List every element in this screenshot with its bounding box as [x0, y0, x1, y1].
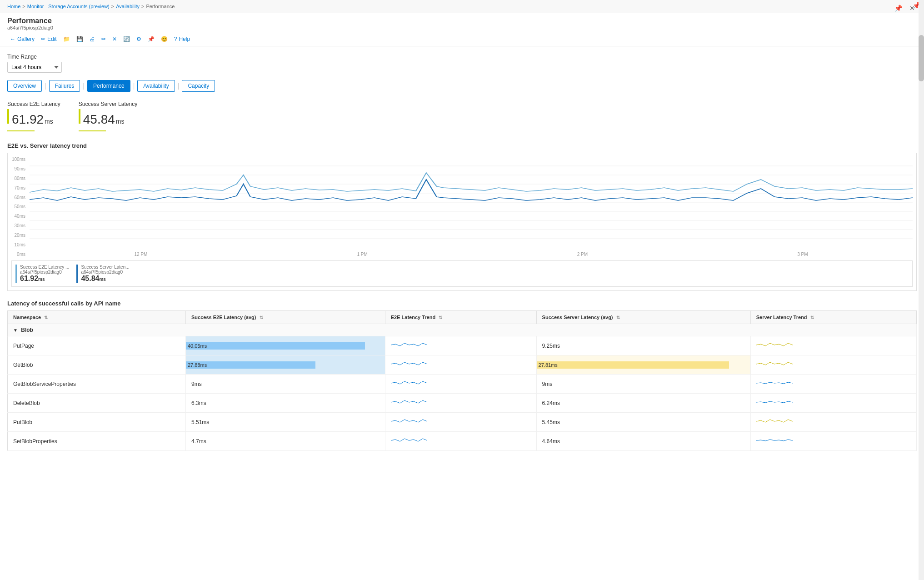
cell-e2e-avg: 27.88ms [186, 355, 385, 375]
cell-namespace: SetBlobProperties [8, 432, 186, 451]
pencil-button[interactable]: ✏ [99, 34, 109, 44]
data-table: Namespace ⇅ Success E2E Latency (avg) ⇅ … [7, 310, 917, 451]
cell-e2e-avg: 9ms [186, 375, 385, 394]
table-row: DeleteBlob6.3ms6.24ms [8, 394, 917, 413]
cell-e2e-trend [385, 413, 536, 432]
cell-e2e-trend [385, 375, 536, 394]
metric-e2e-label: Success E2E Latency [7, 101, 60, 107]
cell-namespace: PutPage [8, 336, 186, 355]
refresh-button[interactable]: 🔄 [120, 34, 133, 44]
y-axis: 100ms 90ms 80ms 70ms 60ms 50ms 40ms 30ms… [11, 157, 27, 257]
time-range-label: Time Range [7, 54, 917, 60]
pin-button[interactable]: 📌 [893, 4, 904, 13]
tab-availability[interactable]: Availability [137, 80, 175, 92]
cell-server-trend [750, 394, 916, 413]
cell-server-avg: 27.81ms [536, 355, 750, 375]
table-row: GetBlobServiceProperties9ms9ms [8, 375, 917, 394]
legend-server-val: 45.84ms [81, 275, 129, 283]
col-server-trend[interactable]: Server Latency Trend ⇅ [750, 311, 916, 324]
legend-server-title: Success Server Laten... [81, 265, 129, 270]
table-row: PutPage40.05ms9.25ms [8, 336, 917, 355]
cell-namespace: PutBlob [8, 413, 186, 432]
cell-server-avg: 6.24ms [536, 394, 750, 413]
chart-title: E2E vs. Server latency trend [7, 142, 87, 149]
gallery-button[interactable]: ← Gallery [7, 34, 37, 44]
cell-namespace: GetBlob [8, 355, 186, 375]
scrollbar[interactable] [919, 0, 924, 580]
print-button[interactable]: 🖨 [87, 34, 98, 44]
col-e2e-avg[interactable]: Success E2E Latency (avg) ⇅ [186, 311, 385, 324]
breadcrumb-current: Performance [146, 4, 175, 9]
time-range-section: Time Range Last 4 hours Last 1 hour Last… [7, 54, 917, 73]
cell-e2e-trend [385, 394, 536, 413]
tab-overview[interactable]: Overview [7, 80, 42, 92]
legend-server: Success Server Laten... a64si7f5piosp2di… [76, 265, 129, 283]
chart-container: 100ms 90ms 80ms 70ms 60ms 50ms 40ms 30ms… [7, 153, 917, 291]
legend-e2e: Success E2E Latency ... a64si7f5piosp2di… [15, 265, 69, 283]
time-range-select[interactable]: Last 4 hours Last 1 hour Last 12 hours L… [7, 62, 62, 73]
page-title: Performance [7, 17, 917, 25]
metric-e2e-unit: ms [45, 118, 53, 125]
cell-e2e-avg: 6.3ms [186, 394, 385, 413]
tab-failures[interactable]: Failures [49, 80, 80, 92]
legend-e2e-title: Success E2E Latency ... [20, 265, 69, 270]
cell-namespace: DeleteBlob [8, 394, 186, 413]
legend-e2e-val: 61.92ms [20, 275, 69, 283]
save-button[interactable]: 💾 [74, 34, 86, 44]
breadcrumb: Home > Monitor - Storage Accounts (previ… [0, 0, 924, 13]
metric-server-label: Success Server Latency [79, 101, 137, 107]
cancel-button[interactable]: ✕ [110, 34, 120, 44]
feedback-button[interactable]: 😊 [158, 34, 170, 44]
cell-server-trend [750, 336, 916, 355]
metric-e2e-latency: Success E2E Latency 61.92 ms [7, 101, 60, 131]
settings-button[interactable]: ⚙ [134, 34, 144, 44]
metric-e2e-bar [7, 109, 9, 124]
chart-section: E2E vs. Server latency trend 📌 100ms 90m… [7, 142, 917, 291]
table-row: SetBlobProperties4.7ms4.64ms [8, 432, 917, 451]
toolbar: ← Gallery ✏ Edit 📁 💾 🖨 ✏ ✕ 🔄 ⚙ 📌 😊 ? Hel… [0, 32, 924, 46]
col-e2e-trend[interactable]: E2E Latency Trend ⇅ [385, 311, 536, 324]
legend-e2e-sublabel: a64si7f5piosp2diag0 [20, 270, 69, 275]
metric-server-value: 45.84 ms [79, 109, 137, 127]
tab-capacity[interactable]: Capacity [182, 80, 215, 92]
breadcrumb-availability[interactable]: Availability [116, 4, 140, 9]
page-subtitle: a64si7f5piosp2diag0 [7, 25, 917, 30]
cell-e2e-avg: 40.05ms [186, 336, 385, 355]
cell-server-avg: 5.45ms [536, 413, 750, 432]
col-server-avg[interactable]: Success Server Latency (avg) ⇅ [536, 311, 750, 324]
breadcrumb-monitor[interactable]: Monitor - Storage Accounts (preview) [27, 4, 110, 9]
pinview-button[interactable]: 📌 [145, 34, 157, 44]
table-section: Latency of successful calls by API name … [7, 300, 917, 451]
cell-server-trend [750, 413, 916, 432]
chart-legend: Success E2E Latency ... a64si7f5piosp2di… [11, 260, 913, 287]
table-header-row: Namespace ⇅ Success E2E Latency (avg) ⇅ … [8, 311, 917, 324]
metric-server-number: 45.84 [83, 112, 115, 127]
cell-e2e-trend [385, 336, 536, 355]
chart-area: 100ms 90ms 80ms 70ms 60ms 50ms 40ms 30ms… [11, 157, 913, 257]
cell-server-trend [750, 375, 916, 394]
edit-button[interactable]: ✏ Edit [38, 34, 60, 44]
cell-e2e-trend [385, 432, 536, 451]
metric-server-unit: ms [116, 118, 125, 125]
legend-server-sublabel: a64si7f5piosp2diag0 [81, 270, 129, 275]
tabs-nav: Overview | Failures | Performance | Avai… [7, 80, 917, 92]
col-namespace[interactable]: Namespace ⇅ [8, 311, 186, 324]
metrics-row: Success E2E Latency 61.92 ms Success Ser… [7, 101, 917, 131]
x-axis: 12 PM 1 PM 2 PM 3 PM [30, 252, 913, 257]
table-title: Latency of successful calls by API name [7, 300, 917, 307]
tab-performance[interactable]: Performance [87, 80, 130, 92]
cell-e2e-avg: 5.51ms [186, 413, 385, 432]
cell-server-trend [750, 355, 916, 375]
metric-server-bar [79, 109, 80, 124]
breadcrumb-home[interactable]: Home [7, 4, 20, 9]
legend-e2e-color [15, 265, 17, 283]
metric-server-underline [79, 130, 106, 131]
metric-server-latency: Success Server Latency 45.84 ms [79, 101, 137, 131]
open-button[interactable]: 📁 [60, 34, 73, 44]
metric-e2e-value: 61.92 ms [7, 109, 60, 127]
title-area: Performance a64si7f5piosp2diag0 [0, 13, 924, 32]
table-row: PutBlob5.51ms5.45ms [8, 413, 917, 432]
help-button[interactable]: ? Help [171, 34, 193, 44]
table-group-row[interactable]: ▼ Blob [8, 324, 917, 336]
scrollbar-thumb[interactable] [919, 35, 924, 81]
